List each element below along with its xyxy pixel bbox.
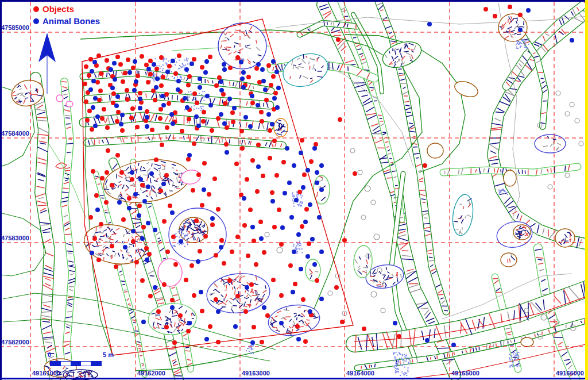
x-axis-label: 49165000	[451, 370, 479, 377]
x-axis-label: 49166000	[556, 370, 584, 377]
scale-bar-segments	[50, 361, 102, 366]
x-axis-label: 49163000	[242, 370, 270, 377]
legend-label-animal-bones: Animal Bones	[42, 16, 100, 27]
map-border-bottom	[0, 378, 588, 379]
scale-bar-segment	[91, 362, 101, 366]
scale-bar-segment	[61, 362, 71, 366]
scale-bar-zero-label: 0	[48, 351, 51, 358]
legend-item-objects: Objects	[33, 3, 100, 15]
map-canvas[interactable]	[0, 0, 588, 380]
map-border-right	[585, 0, 588, 380]
scale-bar-segment	[81, 362, 91, 366]
x-axis-label: 49164000	[346, 370, 374, 377]
scale-bar-max-label: 5 m	[103, 351, 114, 358]
y-axis-label: 47585000	[1, 24, 29, 31]
y-axis-label: 47584000	[1, 130, 29, 137]
map-border-left	[0, 0, 2, 380]
x-axis-label: 49162000	[137, 370, 165, 377]
animal-bones-marker-icon	[33, 18, 39, 24]
map-svg	[0, 0, 588, 380]
objects-marker-icon	[33, 6, 39, 12]
map-window: Objects Animal Bones 47585000 47584000 4…	[0, 0, 588, 380]
x-axis-label: 49161000	[32, 370, 60, 377]
scale-bar-segment	[51, 362, 61, 366]
y-axis-label: 47582000	[1, 339, 29, 346]
map-border-top	[0, 0, 588, 2]
scale-bar-segment	[71, 362, 81, 366]
legend-item-animal-bones: Animal Bones	[33, 15, 100, 27]
legend: Objects Animal Bones	[33, 3, 100, 27]
y-axis-label: 47583000	[1, 235, 29, 241]
legend-label-objects: Objects	[42, 3, 74, 15]
